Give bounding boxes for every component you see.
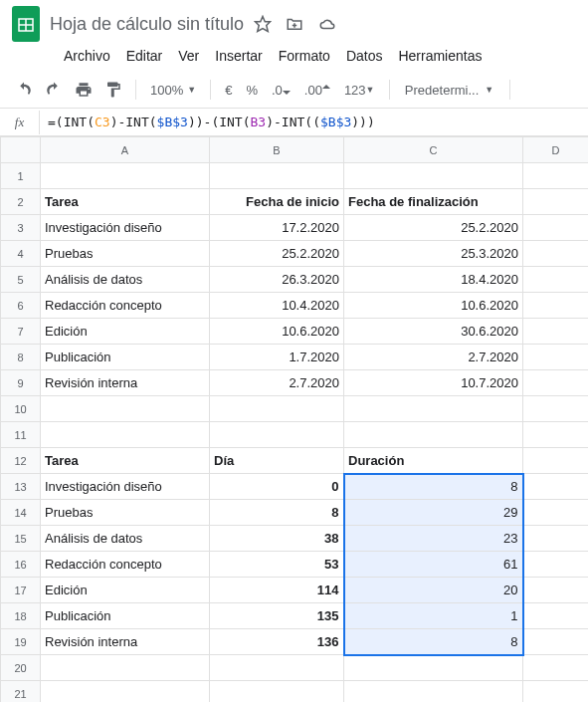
column-header[interactable]: A: [41, 137, 210, 163]
row-header[interactable]: 13: [1, 474, 41, 500]
row-header[interactable]: 21: [1, 681, 41, 703]
menu-insert[interactable]: Insertar: [209, 46, 268, 66]
cell[interactable]: [523, 552, 589, 578]
cell[interactable]: 0: [210, 474, 344, 500]
row-header[interactable]: 1: [1, 163, 41, 189]
cell[interactable]: 1.7.2020: [210, 345, 344, 370]
row-header[interactable]: 17: [1, 578, 41, 603]
cell[interactable]: [344, 422, 523, 448]
cell[interactable]: [523, 241, 589, 267]
row-header[interactable]: 20: [1, 655, 41, 681]
cell[interactable]: 26.3.2020: [210, 267, 344, 293]
cell[interactable]: 17.2.2020: [210, 215, 344, 241]
cell[interactable]: Investigación diseño: [41, 474, 210, 500]
cell[interactable]: Tarea: [41, 448, 210, 474]
cell[interactable]: [523, 603, 589, 629]
cell[interactable]: 8: [344, 629, 523, 655]
cell[interactable]: [523, 681, 589, 703]
cell[interactable]: [523, 370, 589, 396]
cell[interactable]: [41, 422, 210, 448]
cell[interactable]: [523, 422, 589, 448]
currency-button[interactable]: €: [221, 83, 236, 98]
cell[interactable]: Análisis de datos: [41, 526, 210, 552]
cell[interactable]: [523, 345, 589, 370]
decrease-decimal-button[interactable]: .0: [268, 83, 294, 98]
menu-file[interactable]: Archivo: [58, 46, 116, 66]
zoom-selector[interactable]: 100%▼: [146, 83, 200, 98]
cell[interactable]: 61: [344, 552, 523, 578]
cell[interactable]: Revisión interna: [41, 370, 210, 396]
cell[interactable]: 114: [210, 578, 344, 603]
menu-format[interactable]: Formato: [273, 46, 336, 66]
sheets-logo[interactable]: [12, 6, 40, 42]
row-header[interactable]: 4: [1, 241, 41, 267]
select-all-corner[interactable]: [1, 137, 41, 163]
cell[interactable]: Investigación diseño: [41, 215, 210, 241]
star-icon[interactable]: [254, 15, 272, 33]
print-icon[interactable]: [72, 78, 96, 102]
cell[interactable]: 53: [210, 552, 344, 578]
cell[interactable]: [41, 681, 210, 703]
cell[interactable]: Redacción concepto: [41, 293, 210, 319]
menu-data[interactable]: Datos: [340, 46, 389, 66]
cell[interactable]: [344, 163, 523, 189]
cell[interactable]: [523, 396, 589, 422]
cell[interactable]: [41, 163, 210, 189]
cell[interactable]: [523, 189, 589, 215]
column-header[interactable]: D: [523, 137, 589, 163]
increase-decimal-button[interactable]: .00: [300, 83, 334, 98]
more-formats-button[interactable]: 123 ▼: [340, 83, 379, 98]
cell[interactable]: [523, 293, 589, 319]
menu-view[interactable]: Ver: [172, 46, 205, 66]
spreadsheet-grid[interactable]: A B C D 1 2TareaFecha de inicioFecha de …: [0, 136, 588, 702]
document-title[interactable]: Hoja de cálculo sin título: [50, 14, 244, 35]
row-header[interactable]: 15: [1, 526, 41, 552]
menu-edit[interactable]: Editar: [120, 46, 169, 66]
row-header[interactable]: 19: [1, 629, 41, 655]
cell[interactable]: 10.6.2020: [210, 319, 344, 345]
cell[interactable]: [523, 474, 589, 500]
cell[interactable]: 2.7.2020: [210, 370, 344, 396]
row-header[interactable]: 10: [1, 396, 41, 422]
cell[interactable]: [344, 396, 523, 422]
row-header[interactable]: 7: [1, 319, 41, 345]
cell[interactable]: 1: [344, 603, 523, 629]
column-header[interactable]: C: [344, 137, 523, 163]
cell[interactable]: Duración: [344, 448, 523, 474]
row-header[interactable]: 9: [1, 370, 41, 396]
cell[interactable]: [523, 655, 589, 681]
cell[interactable]: Edición: [41, 578, 210, 603]
row-header[interactable]: 11: [1, 422, 41, 448]
row-header[interactable]: 12: [1, 448, 41, 474]
cell[interactable]: Fecha de inicio: [210, 189, 344, 215]
cell[interactable]: [523, 319, 589, 345]
cell[interactable]: Pruebas: [41, 241, 210, 267]
undo-icon[interactable]: [12, 78, 36, 102]
cell[interactable]: [41, 655, 210, 681]
cell[interactable]: 18.4.2020: [344, 267, 523, 293]
cell[interactable]: Pruebas: [41, 500, 210, 526]
cell[interactable]: Análisis de datos: [41, 267, 210, 293]
cloud-icon[interactable]: [317, 15, 337, 33]
cell[interactable]: [523, 526, 589, 552]
row-header[interactable]: 8: [1, 345, 41, 370]
cell[interactable]: [210, 163, 344, 189]
percent-button[interactable]: %: [242, 83, 262, 98]
cell[interactable]: [344, 681, 523, 703]
cell[interactable]: [344, 655, 523, 681]
cell[interactable]: 25.2.2020: [344, 215, 523, 241]
cell[interactable]: Fecha de finalización: [344, 189, 523, 215]
paint-format-icon[interactable]: [101, 78, 125, 102]
cell[interactable]: 29: [344, 500, 523, 526]
menu-tools[interactable]: Herramientas: [392, 46, 488, 66]
cell[interactable]: [523, 500, 589, 526]
font-selector[interactable]: Predetermi...▼: [400, 83, 499, 98]
cell[interactable]: [210, 396, 344, 422]
cell[interactable]: Tarea: [41, 189, 210, 215]
cell[interactable]: Redacción concepto: [41, 552, 210, 578]
cell[interactable]: 2.7.2020: [344, 345, 523, 370]
cell[interactable]: [210, 655, 344, 681]
cell[interactable]: 38: [210, 526, 344, 552]
cell[interactable]: [523, 267, 589, 293]
cell[interactable]: 30.6.2020: [344, 319, 523, 345]
